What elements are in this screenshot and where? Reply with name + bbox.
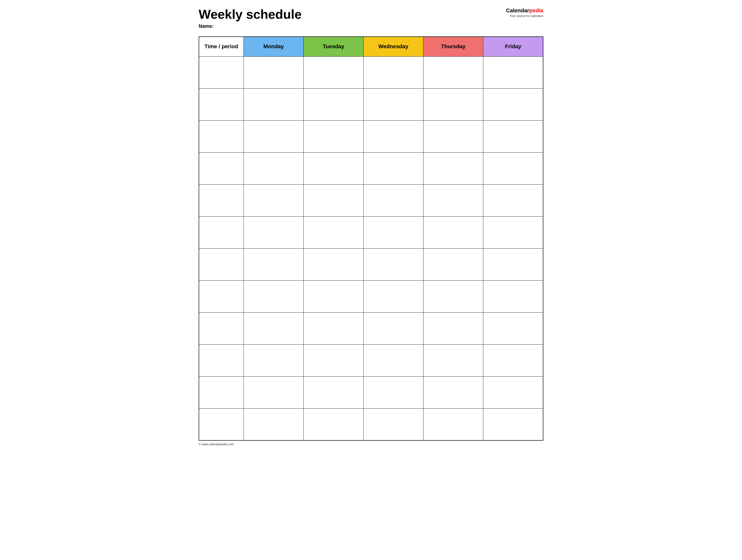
table-row: [199, 344, 543, 376]
cell-row7-col2[interactable]: [304, 280, 363, 313]
cell-row0-col3[interactable]: [363, 56, 423, 89]
table-row: [199, 280, 543, 313]
cell-row5-col3[interactable]: [363, 216, 423, 248]
cell-row10-col1[interactable]: [244, 376, 304, 408]
page-title: Weekly schedule: [199, 7, 506, 21]
cell-row4-col4[interactable]: [423, 184, 483, 216]
cell-row0-col4[interactable]: [423, 56, 483, 89]
col-header-time: Time / period: [199, 37, 244, 56]
table-row: [199, 248, 543, 280]
cell-row5-col4[interactable]: [423, 216, 483, 248]
cell-row10-col0[interactable]: [199, 376, 244, 408]
cell-row8-col2[interactable]: [304, 313, 363, 344]
cell-row10-col2[interactable]: [304, 376, 363, 408]
col-header-wednesday: Wednesday: [363, 37, 423, 56]
name-label: Name:: [199, 23, 506, 29]
cell-row4-col2[interactable]: [304, 184, 363, 216]
cell-row0-col0[interactable]: [199, 56, 244, 89]
cell-row3-col3[interactable]: [363, 152, 423, 184]
col-header-thursday: Thursday: [423, 37, 483, 56]
page-container: Weekly schedule Name: Calendarpedia Your…: [199, 7, 543, 446]
header-section: Weekly schedule Name: Calendarpedia Your…: [199, 7, 543, 34]
cell-row5-col1[interactable]: [244, 216, 304, 248]
table-row: [199, 89, 543, 120]
cell-row2-col4[interactable]: [423, 120, 483, 152]
cell-row6-col3[interactable]: [363, 248, 423, 280]
cell-row6-col4[interactable]: [423, 248, 483, 280]
cell-row8-col0[interactable]: [199, 313, 244, 344]
cell-row7-col0[interactable]: [199, 280, 244, 313]
cell-row1-col4[interactable]: [423, 89, 483, 120]
cell-row3-col5[interactable]: [483, 152, 543, 184]
cell-row9-col2[interactable]: [304, 344, 363, 376]
cell-row7-col3[interactable]: [363, 280, 423, 313]
cell-row5-col0[interactable]: [199, 216, 244, 248]
cell-row1-col0[interactable]: [199, 89, 244, 120]
cell-row8-col4[interactable]: [423, 313, 483, 344]
cell-row8-col1[interactable]: [244, 313, 304, 344]
cell-row4-col3[interactable]: [363, 184, 423, 216]
logo-calendar: Calendar: [506, 7, 529, 13]
cell-row11-col4[interactable]: [423, 408, 483, 440]
cell-row2-col2[interactable]: [304, 120, 363, 152]
cell-row4-col0[interactable]: [199, 184, 244, 216]
cell-row1-col3[interactable]: [363, 89, 423, 120]
cell-row1-col2[interactable]: [304, 89, 363, 120]
table-row: [199, 376, 543, 408]
cell-row4-col1[interactable]: [244, 184, 304, 216]
cell-row3-col1[interactable]: [244, 152, 304, 184]
table-row: [199, 120, 543, 152]
col-header-monday: Monday: [244, 37, 304, 56]
cell-row4-col5[interactable]: [483, 184, 543, 216]
col-header-tuesday: Tuesday: [304, 37, 363, 56]
cell-row1-col1[interactable]: [244, 89, 304, 120]
title-area: Weekly schedule Name:: [199, 7, 506, 34]
cell-row3-col2[interactable]: [304, 152, 363, 184]
logo-pedia: pedia: [529, 7, 543, 13]
cell-row9-col4[interactable]: [423, 344, 483, 376]
cell-row11-col3[interactable]: [363, 408, 423, 440]
cell-row8-col5[interactable]: [483, 313, 543, 344]
cell-row6-col0[interactable]: [199, 248, 244, 280]
cell-row11-col5[interactable]: [483, 408, 543, 440]
cell-row11-col0[interactable]: [199, 408, 244, 440]
cell-row2-col1[interactable]: [244, 120, 304, 152]
cell-row10-col5[interactable]: [483, 376, 543, 408]
logo-tagline: Your source for calendars: [506, 14, 543, 18]
cell-row3-col4[interactable]: [423, 152, 483, 184]
table-row: [199, 184, 543, 216]
cell-row6-col2[interactable]: [304, 248, 363, 280]
cell-row7-col5[interactable]: [483, 280, 543, 313]
cell-row2-col3[interactable]: [363, 120, 423, 152]
footer-url: © www.calendarpedia.com: [199, 443, 543, 446]
logo-text: Calendarpedia: [506, 7, 543, 14]
table-row: [199, 408, 543, 440]
cell-row1-col5[interactable]: [483, 89, 543, 120]
cell-row0-col1[interactable]: [244, 56, 304, 89]
table-header-row: Time / period Monday Tuesday Wednesday T…: [199, 37, 543, 56]
table-row: [199, 56, 543, 89]
col-header-friday: Friday: [483, 37, 543, 56]
cell-row9-col0[interactable]: [199, 344, 244, 376]
cell-row3-col0[interactable]: [199, 152, 244, 184]
cell-row2-col5[interactable]: [483, 120, 543, 152]
cell-row0-col5[interactable]: [483, 56, 543, 89]
table-row: [199, 313, 543, 344]
cell-row10-col4[interactable]: [423, 376, 483, 408]
cell-row7-col4[interactable]: [423, 280, 483, 313]
cell-row2-col0[interactable]: [199, 120, 244, 152]
cell-row9-col1[interactable]: [244, 344, 304, 376]
cell-row9-col5[interactable]: [483, 344, 543, 376]
cell-row5-col5[interactable]: [483, 216, 543, 248]
cell-row8-col3[interactable]: [363, 313, 423, 344]
cell-row10-col3[interactable]: [363, 376, 423, 408]
cell-row0-col2[interactable]: [304, 56, 363, 89]
cell-row9-col3[interactable]: [363, 344, 423, 376]
cell-row11-col1[interactable]: [244, 408, 304, 440]
cell-row6-col5[interactable]: [483, 248, 543, 280]
cell-row7-col1[interactable]: [244, 280, 304, 313]
table-row: [199, 152, 543, 184]
cell-row5-col2[interactable]: [304, 216, 363, 248]
cell-row11-col2[interactable]: [304, 408, 363, 440]
cell-row6-col1[interactable]: [244, 248, 304, 280]
